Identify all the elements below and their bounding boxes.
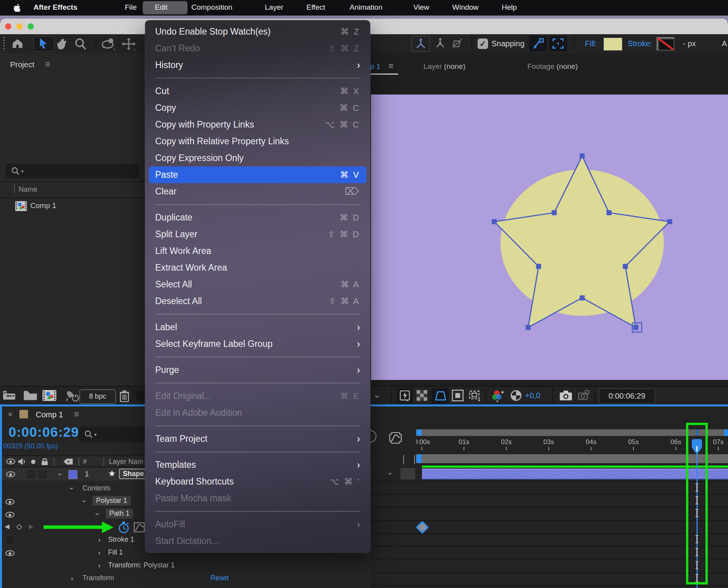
menubar-item-effect[interactable]: Effect: [306, 3, 325, 12]
zoom-window-button[interactable]: [28, 23, 34, 30]
chevron-right-icon[interactable]: ›: [98, 561, 100, 570]
world-axis-icon[interactable]: [434, 38, 446, 49]
menu-item-edit-in-adobe-audition[interactable]: Edit in Adobe Audition: [145, 404, 370, 421]
work-area-bar[interactable]: [416, 454, 728, 463]
menubar-app-name[interactable]: After Effects: [33, 3, 77, 12]
menu-item-templates[interactable]: Templates›: [145, 457, 370, 473]
viewer-tab-layer[interactable]: Layer (none): [424, 62, 466, 71]
name-column-header[interactable]: Name: [19, 186, 37, 194]
menu-item-undo[interactable]: Undo Enable Stop Watch(es)⌘ Z: [145, 23, 370, 40]
menubar-item-edit[interactable]: Edit: [155, 3, 168, 12]
chevron-down-icon[interactable]: ›: [68, 487, 76, 490]
panel-menu-icon[interactable]: ≡: [45, 59, 50, 70]
chevron-down-icon[interactable]: ›: [93, 513, 102, 515]
close-window-button[interactable]: [5, 23, 11, 30]
menu-item-paste[interactable]: Paste⌘ V: [149, 166, 366, 183]
menu-item-team-project[interactable]: Team Project›: [145, 430, 370, 447]
project-search-input[interactable]: ▾: [5, 164, 139, 178]
video-column-icon[interactable]: [6, 458, 15, 464]
layer-label-color[interactable]: [68, 470, 77, 479]
add-keyframe-icon[interactable]: ◇: [16, 522, 22, 531]
menu-item-cant-redo[interactable]: Can’t Redo⇧ ⌘ Z: [145, 40, 370, 57]
stroke-label[interactable]: Stroke:: [628, 39, 652, 48]
view-axis-icon[interactable]: [450, 38, 463, 49]
navigator-start-handle[interactable]: [416, 429, 422, 436]
solo-column-icon[interactable]: [31, 460, 35, 464]
snapping-checkbox[interactable]: ✓: [478, 38, 488, 49]
work-area-start-handle[interactable]: [416, 454, 422, 463]
menubar-item-help[interactable]: Help: [502, 3, 517, 12]
menu-item-history[interactable]: History›: [145, 57, 370, 74]
eye-icon[interactable]: [5, 550, 14, 556]
trash-icon[interactable]: [119, 390, 130, 402]
apple-icon[interactable]: [13, 3, 22, 12]
show-snapshot-icon[interactable]: [577, 390, 590, 401]
layer-name-box[interactable]: Shape: [119, 469, 148, 479]
chevron-right-icon[interactable]: ›: [98, 548, 100, 557]
timeline-tab-menu-icon[interactable]: ≡: [74, 409, 79, 420]
timeline-navigator-bar[interactable]: [416, 429, 728, 436]
stroke-color-swatch[interactable]: [656, 37, 674, 51]
render-queue-icon[interactable]: [3, 390, 19, 401]
menu-item-edit-original[interactable]: Edit Original...⌘ E: [145, 388, 370, 404]
eye-toggle-empty[interactable]: [5, 536, 14, 544]
menu-item-extract-work-area[interactable]: Extract Work Area: [145, 259, 370, 276]
menu-item-label[interactable]: Label›: [145, 319, 370, 336]
transparency-grid-icon[interactable]: [416, 390, 428, 401]
pan-tool-icon[interactable]: [121, 38, 136, 50]
composition-canvas[interactable]: [371, 94, 728, 380]
menu-item-select-all[interactable]: Select All⌘ A: [145, 276, 370, 293]
graph-editor-icon[interactable]: [389, 432, 402, 444]
menu-item-select-keyframe-label-group[interactable]: Select Keyframe Label Group›: [145, 336, 370, 352]
viewer-tab-comp[interactable]: p 1: [370, 62, 380, 71]
menu-item-copy-expression-only[interactable]: Copy Expression Only: [145, 150, 370, 166]
ruler-label[interactable]: 02s: [489, 438, 524, 446]
hand-tool-icon[interactable]: [56, 37, 69, 50]
local-axis-mode-button[interactable]: [411, 36, 430, 52]
menu-item-start-dictation[interactable]: Start Dictation...: [145, 533, 370, 550]
fill-color-swatch[interactable]: [604, 38, 622, 51]
timeline-current-timecode[interactable]: 0:00:06:29: [9, 424, 79, 440]
tree-row-transform[interactable]: › Transform Reset: [0, 572, 370, 585]
menu-item-purge[interactable]: Purge›: [145, 362, 370, 378]
menu-item-split-layer[interactable]: Split Layer⇧ ⌘ D: [145, 226, 370, 243]
close-panel-icon[interactable]: ×: [8, 410, 13, 420]
layer-video-eye-icon[interactable]: [6, 471, 15, 477]
ruler-label[interactable]: 01s: [446, 438, 481, 446]
reset-link[interactable]: Reset: [210, 574, 229, 582]
menu-item-copy-relative-property-links[interactable]: Copy with Relative Property Links: [145, 133, 370, 150]
mask-visibility-icon[interactable]: [452, 390, 464, 401]
menu-item-clear[interactable]: Clear⌦: [145, 183, 370, 200]
new-folder-icon[interactable]: [23, 390, 37, 401]
chevron-down-icon[interactable]: ›: [80, 500, 89, 502]
layer-duration-bar[interactable]: [422, 469, 728, 480]
tree-row-transform-polystar[interactable]: › Transform: Polystar 1: [0, 559, 370, 572]
exposure-icon[interactable]: [510, 390, 522, 401]
menubar-item-composition[interactable]: Composition: [191, 3, 233, 12]
parent-link-cell[interactable]: [401, 468, 415, 480]
menu-item-deselect-all[interactable]: Deselect All⇧ ⌘ A: [145, 293, 370, 310]
label-column-icon[interactable]: [63, 458, 73, 465]
menu-item-autofill[interactable]: AutoFill›: [145, 516, 370, 533]
selection-tool-button[interactable]: [33, 36, 54, 52]
layer-name-column-header[interactable]: Layer Nam: [109, 458, 143, 466]
eye-icon[interactable]: [5, 512, 14, 518]
graph-toggle-icon[interactable]: [134, 522, 145, 532]
index-column-header[interactable]: #: [83, 458, 87, 466]
clipped-toggle[interactable]: [135, 390, 146, 401]
navigator-end-handle[interactable]: [724, 429, 728, 436]
next-keyframe-icon[interactable]: ▶: [29, 523, 33, 530]
menu-item-cut[interactable]: Cut⌘ X: [145, 83, 370, 100]
new-composition-icon[interactable]: [42, 390, 57, 401]
lock-column-icon[interactable]: [41, 458, 48, 466]
menubar-item-file[interactable]: File: [125, 3, 137, 12]
solo-toggle-cell[interactable]: [27, 471, 35, 478]
menu-item-copy[interactable]: Copy⌘ C: [145, 100, 370, 116]
ruler-label[interactable]: 0:00s: [416, 438, 439, 446]
project-item-comp1[interactable]: Comp 1: [0, 198, 145, 214]
minimize-window-button[interactable]: [16, 23, 23, 30]
snap-bounds-button[interactable]: [549, 36, 567, 51]
stopwatch-icon[interactable]: [117, 521, 130, 534]
ruler-label[interactable]: 03s: [531, 438, 566, 446]
menubar-item-layer[interactable]: Layer: [265, 3, 284, 12]
